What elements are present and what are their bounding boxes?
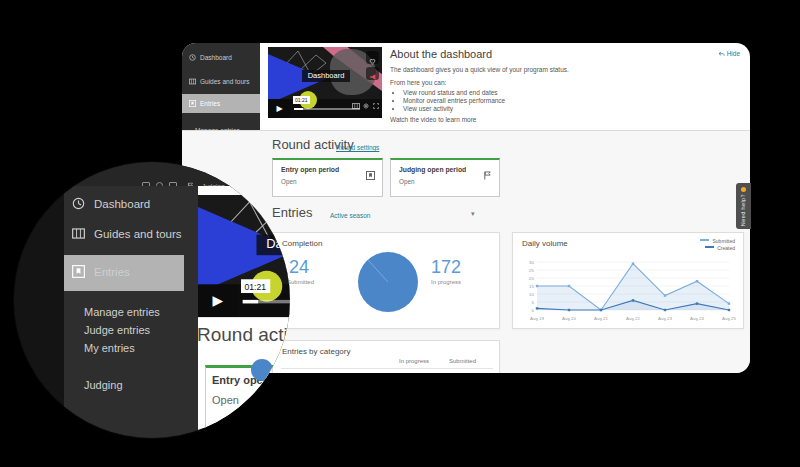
magnified-item-judge-entries: Judge entries (84, 324, 150, 336)
magnified-round-activity-title: Round activity (197, 324, 290, 346)
card-title: Judging open period (399, 166, 466, 173)
magnified-item-manage-entries: Manage entries (84, 306, 160, 318)
about-bullet: View round status and end dates (403, 89, 505, 96)
about-bullet: Monitor overall entries performance (403, 97, 505, 104)
about-footer: Watch the video to learn more (390, 116, 476, 123)
play-button[interactable]: ▶ (268, 99, 291, 118)
legend-label: Created (717, 245, 735, 251)
in-progress-label: In progress (431, 279, 461, 285)
video-duration: 01:21 (241, 279, 269, 293)
hide-icon (718, 51, 725, 57)
need-help-label: Need help? (740, 194, 746, 226)
entries-by-category-card: Entries by category In progress Submitte… (272, 340, 500, 373)
svg-text:15: 15 (529, 284, 534, 289)
magnified-item-my-entries: My entries (84, 342, 135, 354)
card-title: Entry open period (212, 374, 279, 386)
blue-dot-decoration (251, 359, 273, 381)
about-lead: From here you can: (390, 79, 446, 86)
about-bullets: View round status and end dates Monitor … (394, 88, 505, 113)
in-progress-count: 172 (431, 257, 461, 278)
intro-video[interactable]: Dashboard ▶ 01:21 (268, 47, 382, 118)
captions-icon[interactable] (352, 103, 360, 109)
daily-volume-chart: 051015202530Aug 19Aug 20Aug 21Aug 22Aug … (521, 257, 737, 323)
daily-volume-title: Daily volume (522, 239, 568, 248)
magnified-item-dashboard: Dashboard (72, 197, 150, 210)
svg-text:Aug 24: Aug 24 (690, 316, 704, 321)
entry-open-period-card[interactable]: Entry open period Open (272, 158, 383, 197)
svg-text:Aug 19: Aug 19 (530, 316, 544, 321)
completion-pie (357, 251, 419, 313)
magnified-entry-open-card: Entry open period Open (205, 365, 279, 438)
svg-text:25: 25 (529, 268, 534, 273)
about-bullet: View user activity (403, 105, 505, 112)
video-duration: 01:21 (293, 96, 310, 104)
announce-button[interactable] (366, 67, 379, 80)
hide-link[interactable]: Hide (718, 50, 740, 57)
flag-icon (483, 166, 492, 184)
sidebar-item-entries[interactable]: Entries (189, 100, 220, 108)
about-title: About the dashboard (390, 48, 492, 60)
magnified-item-entries: Entries (72, 265, 130, 278)
help-dot-icon (741, 187, 746, 192)
submitted-count: 24 (289, 257, 309, 278)
round-settings-link[interactable]: Round settings (336, 144, 379, 151)
sidebar-item-dashboard[interactable]: Dashboard (189, 54, 232, 62)
megaphone-icon (369, 73, 377, 81)
svg-text:0: 0 (532, 308, 535, 313)
svg-text:Aug 21: Aug 21 (594, 316, 608, 321)
completion-card: Completion 24 Submitted 172 In progress (272, 232, 500, 329)
completion-title: Completion (282, 239, 322, 248)
card-title: Entry open period (281, 166, 339, 173)
bookmark-icon (366, 166, 375, 184)
heart-icon (369, 58, 376, 65)
dashboard-icon (189, 54, 196, 62)
svg-text:10: 10 (529, 292, 534, 297)
play-button: ▶ (198, 284, 238, 317)
season-filter[interactable]: Active season (330, 212, 370, 219)
judging-open-period-card[interactable]: Judging open period Open (390, 158, 500, 197)
entries-by-category-title: Entries by category (282, 347, 350, 356)
svg-text:30: 30 (529, 260, 534, 265)
svg-text:Aug 20: Aug 20 (562, 316, 576, 321)
sidebar-label: Guides and tours (200, 78, 250, 85)
column-in-progress: In progress (399, 358, 429, 364)
fullscreen-icon[interactable] (373, 103, 379, 109)
gear-icon[interactable] (363, 103, 369, 109)
entries-icon (189, 100, 196, 108)
magnifier-overlay: Judging Dashboard Guides and tours Entri… (14, 162, 290, 438)
chevron-down-icon[interactable]: ▾ (471, 210, 475, 218)
legend-swatch-created (705, 246, 714, 248)
about-intro: The dashboard gives you a quick view of … (390, 66, 569, 73)
stage: { "colors": { "accent_teal": "#19808f", … (0, 0, 800, 467)
daily-volume-card: Daily volume Submitted Created 051015202… (512, 232, 744, 329)
chart-legend: Submitted Created (700, 238, 735, 252)
svg-text:5: 5 (532, 300, 535, 305)
sidebar-label: Dashboard (200, 54, 232, 61)
sidebar-label: Entries (200, 100, 220, 107)
need-help-tab[interactable]: Need help? (736, 183, 751, 229)
table-divider (281, 368, 493, 369)
magnified-item-judging: Judging (84, 379, 123, 391)
video-title-badge: Dashboard (302, 70, 350, 82)
svg-text:Aug 22: Aug 22 (626, 316, 640, 321)
submitted-label: Submitted (287, 279, 314, 285)
legend-label: Submitted (712, 238, 735, 244)
svg-text:20: 20 (529, 276, 534, 281)
hide-label: Hide (727, 50, 740, 57)
svg-text:Aug 23: Aug 23 (658, 316, 672, 321)
sidebar-item-guides-and-tours[interactable]: Guides and tours (189, 78, 250, 86)
card-status: Open (212, 394, 239, 406)
card-status: Open (281, 178, 296, 185)
guides-icon (189, 78, 196, 86)
legend-swatch-submitted (700, 239, 709, 241)
card-status: Open (399, 178, 414, 185)
column-submitted: Submitted (449, 358, 476, 364)
entries-title: Entries (272, 205, 312, 220)
like-button[interactable] (366, 51, 379, 64)
magnified-item-guides: Guides and tours (72, 227, 182, 240)
video-settings-icons[interactable] (352, 103, 379, 110)
svg-text:Aug 25: Aug 25 (722, 316, 736, 321)
progress-bar[interactable] (294, 108, 360, 110)
